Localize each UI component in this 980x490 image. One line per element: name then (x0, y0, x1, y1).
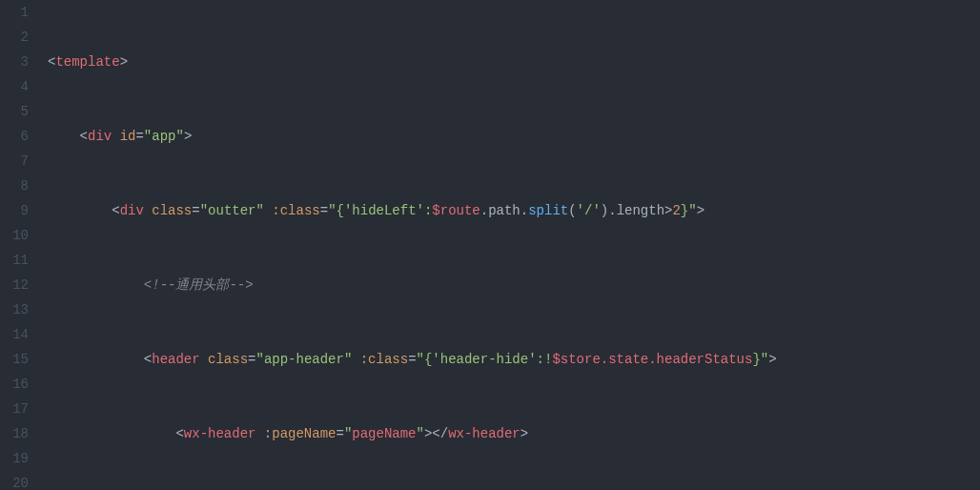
line-number: 11 (0, 248, 29, 273)
line-number: 18 (0, 421, 29, 446)
line-number: 7 (0, 149, 29, 174)
line-number: 2 (0, 25, 29, 50)
line-number: 12 (0, 273, 29, 297)
line-number: 5 (0, 99, 29, 124)
line-number: 1 (0, 0, 29, 25)
line-number: 10 (0, 223, 29, 248)
code-editor: 1 2 3 4 5 6 7 8 9 10 11 12 13 14 15 16 1… (0, 0, 980, 490)
line-number: 13 (0, 297, 29, 322)
line-number: 14 (0, 322, 29, 347)
code-line: <div id="app"> (48, 124, 980, 149)
code-line: <header class="app-header" :class="{'hea… (48, 347, 980, 372)
line-number: 16 (0, 372, 29, 397)
code-area[interactable]: <template> <div id="app"> <div class="ou… (44, 0, 980, 490)
line-number-gutter: 1 2 3 4 5 6 7 8 9 10 11 12 13 14 15 16 1… (0, 0, 44, 490)
code-line: <div class="outter" :class="{'hideLeft':… (48, 198, 980, 223)
line-number: 6 (0, 124, 29, 149)
line-number: 3 (0, 50, 29, 74)
line-number: 8 (0, 174, 29, 198)
line-number: 17 (0, 397, 29, 421)
line-number: 4 (0, 74, 29, 99)
code-line: <template> (48, 50, 980, 74)
line-number: 9 (0, 198, 29, 223)
code-line: <wx-header :pageName="pageName"></wx-hea… (48, 421, 980, 446)
line-number: 15 (0, 347, 29, 372)
code-line: <!--通用头部--> (48, 273, 980, 297)
line-number: 19 (0, 446, 29, 471)
line-number: 20 (0, 471, 29, 490)
